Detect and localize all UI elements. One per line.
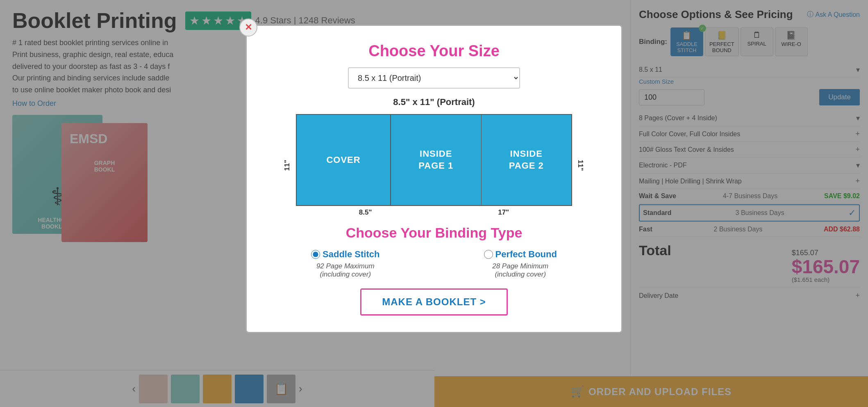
perfect-bound-desc: 28 Page Minimum(including cover): [492, 262, 548, 279]
modal-title: Choose Your Size: [267, 42, 601, 60]
make-booklet-button[interactable]: MAKE A BOOKLET >: [360, 288, 508, 316]
cover-text: COVER: [326, 154, 360, 166]
dim-height-left: 11": [283, 160, 291, 171]
dim-width-inside: 17": [498, 208, 509, 217]
cover-panel: COVER: [297, 115, 391, 205]
binding-options: Saddle Stitch 92 Page Maximum(including …: [267, 249, 601, 279]
size-dimension-label: 8.5" x 11" (Portrait): [267, 97, 601, 107]
saddle-stitch-label: Saddle Stitch: [311, 249, 379, 260]
saddle-stitch-option: Saddle Stitch 92 Page Maximum(including …: [311, 249, 379, 279]
diagram-wrapper: 11" COVER INSIDEPAGE 1 INSIDEPAGE 2 11: [296, 114, 572, 217]
inside-page-1-text: INSIDEPAGE 1: [418, 148, 453, 171]
saddle-stitch-radio[interactable]: [311, 250, 320, 259]
inside-page-1-panel: INSIDEPAGE 1: [391, 115, 482, 205]
close-icon: ✕: [245, 22, 252, 33]
modal-overlay: ✕ Choose Your Size 8.5 x 11 (Portrait) 8…: [0, 0, 868, 407]
perfect-bound-option: Perfect Bound 28 Page Minimum(including …: [484, 249, 557, 279]
dim-width-cover: 8.5": [359, 208, 372, 217]
dim-height-right: 11": [577, 160, 585, 171]
perfect-bound-label: Perfect Bound: [484, 249, 557, 260]
modal: ✕ Choose Your Size 8.5 x 11 (Portrait) 8…: [245, 25, 623, 333]
binding-type-title: Choose Your Binding Type: [267, 225, 601, 241]
size-select[interactable]: 8.5 x 11 (Portrait): [348, 67, 520, 89]
modal-close-button[interactable]: ✕: [239, 18, 257, 37]
diagram-border: COVER INSIDEPAGE 1 INSIDEPAGE 2: [296, 114, 572, 206]
dim-bottom-row: 8.5" 17": [296, 208, 572, 217]
diagram-container: 11" COVER INSIDEPAGE 1 INSIDEPAGE 2 11: [267, 114, 601, 217]
inside-page-2-panel: INSIDEPAGE 2: [482, 115, 572, 205]
perfect-bound-radio[interactable]: [484, 250, 493, 259]
saddle-stitch-desc: 92 Page Maximum(including cover): [316, 262, 375, 279]
inside-page-2-text: INSIDEPAGE 2: [509, 148, 544, 171]
inside-panels: INSIDEPAGE 1 INSIDEPAGE 2: [391, 115, 571, 205]
